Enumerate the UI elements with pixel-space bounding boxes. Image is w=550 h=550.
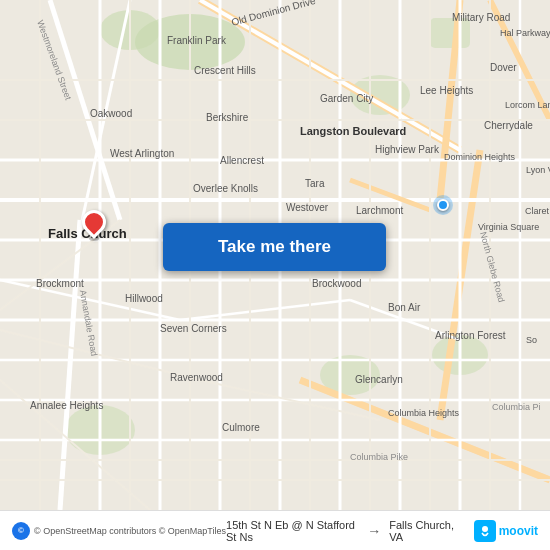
label-westover: Westover	[286, 202, 328, 213]
label-virginia-square: Virginia Square	[478, 222, 539, 232]
origin-text: 15th St N Eb @ N Stafford St Ns	[226, 519, 359, 543]
label-columbia-pi: Columbia Pi	[492, 402, 541, 412]
svg-line-32	[180, 300, 350, 320]
moovit-text: moovit	[499, 524, 538, 538]
label-arlington-forest: Arlington Forest	[435, 330, 506, 341]
label-lyon: Lyon V	[526, 165, 550, 175]
label-tara: Tara	[305, 178, 324, 189]
svg-line-8	[200, 0, 460, 150]
label-brockwood: Brockwood	[312, 278, 361, 289]
svg-line-14	[60, 220, 80, 510]
label-highview-park: Highview Park	[375, 144, 439, 155]
svg-point-5	[65, 405, 135, 455]
label-seven-corners: Seven Corners	[160, 323, 227, 334]
road-label-old-dominion: Old Dominion Drive	[230, 0, 317, 28]
attribution-text: © OpenStreetMap contributors © OpenMapTi…	[34, 526, 226, 536]
svg-line-9	[200, 0, 460, 150]
label-overlee-knolls: Overlee Knolls	[193, 183, 258, 194]
svg-line-13	[300, 380, 550, 480]
label-crescent-hills: Crescent Hills	[194, 65, 256, 76]
label-annandale-road: Annandale Road	[78, 289, 99, 357]
origin-marker	[433, 195, 453, 215]
destination-marker	[82, 210, 106, 241]
svg-line-33	[350, 300, 460, 340]
moovit-logo: moovit	[474, 520, 538, 542]
label-glencarlyn: Glencarlyn	[355, 374, 403, 385]
label-ravenwood: Ravenwood	[170, 372, 223, 383]
label-columbia-heights: Columbia Heights	[388, 408, 459, 418]
svg-line-34	[80, 0, 130, 230]
svg-point-6	[320, 355, 380, 395]
label-berkshire: Berkshire	[206, 112, 248, 123]
label-franklin-park: Franklin Park	[167, 35, 226, 46]
label-dover: Dover	[490, 62, 517, 73]
svg-point-2	[100, 10, 160, 50]
label-hal-parkway: Hal Parkway	[500, 28, 550, 38]
svg-line-49	[0, 330, 200, 380]
label-langston-blvd: Langston Boulevard	[300, 125, 406, 137]
svg-point-3	[350, 75, 410, 115]
svg-line-12	[440, 150, 480, 420]
label-garden-city: Garden City	[320, 93, 373, 104]
moovit-icon	[474, 520, 496, 542]
label-west-arlington: West Arlington	[110, 148, 174, 159]
svg-line-50	[200, 380, 380, 420]
label-hillwood: Hillwood	[125, 293, 163, 304]
osm-logo: ©	[12, 522, 30, 540]
svg-rect-4	[430, 18, 470, 48]
label-so: So	[526, 335, 537, 345]
label-larchmont: Larchmont	[356, 205, 403, 216]
label-lee-heights: Lee Heights	[420, 85, 473, 96]
label-columbia-pike: Columbia Pike	[350, 452, 408, 462]
label-claret: Claret	[525, 206, 549, 216]
arrow-icon: →	[367, 523, 381, 539]
bottom-bar: © © OpenStreetMap contributors © OpenMap…	[0, 510, 550, 550]
label-brockmont: Brockmont	[36, 278, 84, 289]
attribution-section: © © OpenStreetMap contributors © OpenMap…	[12, 522, 226, 540]
svg-line-36	[490, 0, 550, 120]
svg-point-53	[482, 526, 488, 532]
take-me-there-button[interactable]: Take me there	[163, 223, 386, 271]
label-north-glebe-road: North Glebe Road	[478, 231, 506, 304]
label-military-road: Military Road	[452, 12, 510, 23]
svg-line-35	[350, 180, 430, 210]
label-allencrest: Allencrest	[220, 155, 264, 166]
svg-line-10	[50, 0, 120, 220]
label-lorcom-lane: Lorcom Lane	[505, 100, 550, 110]
svg-line-11	[440, 0, 460, 200]
map-container: Old Dominion Drive Military Road Hal Par…	[0, 0, 550, 510]
svg-point-7	[432, 335, 488, 375]
route-info: 15th St N Eb @ N Stafford St Ns → Falls …	[226, 519, 538, 543]
label-annalee-heights: Annalee Heights	[30, 400, 103, 411]
label-bon-air: Bon Air	[388, 302, 420, 313]
label-westmoreland-st: Westmoreland Street	[35, 19, 73, 102]
label-dominion-heights: Dominion Heights	[444, 152, 515, 162]
svg-point-1	[135, 14, 245, 70]
svg-line-31	[0, 280, 180, 320]
label-cherrydale: Cherrydale	[484, 120, 533, 131]
svg-line-51	[0, 380, 150, 510]
label-culmore: Culmore	[222, 422, 260, 433]
label-oakwood: Oakwood	[90, 108, 132, 119]
destination-text: Falls Church, VA	[389, 519, 457, 543]
